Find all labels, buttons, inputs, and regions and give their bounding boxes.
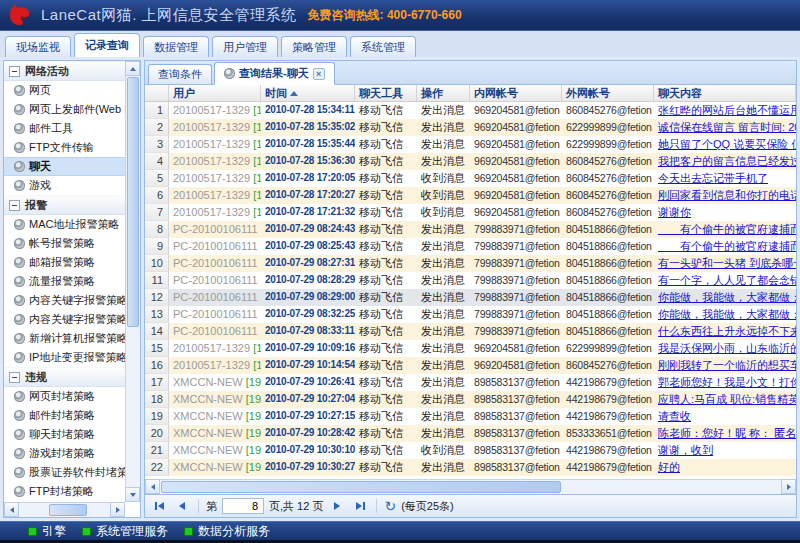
table-row[interactable]: 1520100517-1329 [12010-07-29 10:09:16移动飞… <box>145 340 796 357</box>
tab-query-result-chat[interactable]: 查询结果-聊天 × <box>214 62 335 85</box>
table-row[interactable]: 520100517-1329 [12010-07-28 17:20:05移动飞信… <box>145 170 796 187</box>
sidebar-item[interactable]: IP地址变更报警策略 <box>4 348 125 367</box>
sidebar-item[interactable]: 邮箱报警策略 <box>4 253 125 272</box>
sidebar-item[interactable]: 游戏 <box>4 176 125 195</box>
table-row[interactable]: 1620100517-1329 [12010-07-29 10:14:54移动飞… <box>145 357 796 374</box>
chat-content-link[interactable]: 有个偷牛的被官府逮捕而上了枷锁。熟人! <box>658 240 796 252</box>
table-row[interactable]: 17XMCCN-NEW [19:2010-07-29 10:26:41移动飞信发… <box>145 374 796 391</box>
chat-content-link[interactable]: 应聘人:马百成 职位:销售精英 年龄:24 性别(0男 <box>658 393 796 405</box>
scroll-down-icon[interactable] <box>125 487 140 502</box>
sidebar-hscroll-thumb[interactable] <box>49 504 87 516</box>
column-header-external-account[interactable]: 外网帐号 <box>562 85 654 101</box>
sidebar-item[interactable]: 流量报警策略 <box>4 272 125 291</box>
chat-content-link[interactable]: 好的 <box>658 461 680 473</box>
table-row[interactable]: 10PC-201001061112010-07-29 08:27:31移动飞信发… <box>145 255 796 272</box>
chat-content-link[interactable]: 诚信保在线留言 留言时间: 2010-7-28 10:50:0 <box>658 121 796 133</box>
page-number-input[interactable] <box>222 498 264 514</box>
sidebar-item[interactable]: 网页 <box>4 81 125 100</box>
chat-content-link[interactable]: 谢谢，收到 <box>658 444 713 456</box>
sidebar-item[interactable]: MAC地址报警策略 <box>4 215 125 234</box>
sidebar-vertical-scrollbar[interactable] <box>125 61 140 502</box>
table-row[interactable]: 12PC-201001061112010-07-29 08:29:00移动飞信发… <box>145 289 796 306</box>
scroll-right-icon[interactable] <box>781 479 796 494</box>
nav-tab-0[interactable]: 现场监视 <box>5 36 71 57</box>
chat-content-link[interactable]: 请查收 <box>658 410 691 422</box>
scroll-left-icon[interactable] <box>4 502 19 517</box>
scroll-up-icon[interactable] <box>125 61 140 76</box>
collapse-minus-icon[interactable] <box>9 372 20 383</box>
chat-content-link[interactable]: 有一头驴和一头猪 到底杀哪一头？ 答案：杀猪 <box>658 257 796 269</box>
sidebar-item[interactable]: 网页上发邮件(Web Mai <box>4 100 125 119</box>
table-row[interactable]: 620100517-1329 [12010-07-28 17:20:27移动飞信… <box>145 187 796 204</box>
table-row[interactable]: 8PC-201001061112010-07-29 08:24:43移动飞信发出… <box>145 221 796 238</box>
chat-content-link[interactable]: 今天出去忘记带手机了 <box>658 172 768 184</box>
chat-content-link[interactable]: 我把客户的留言信息已经发过去给她了 <box>658 155 796 167</box>
chat-content-link[interactable]: 你能做，我能做，大家都做；一个人能做，两 <box>658 291 796 303</box>
collapse-minus-icon[interactable] <box>9 200 20 211</box>
sidebar-item[interactable]: 网页封堵策略 <box>4 387 125 406</box>
sidebar-horizontal-scrollbar[interactable] <box>4 502 125 517</box>
sidebar-item[interactable]: 新增计算机报警策略 <box>4 329 125 348</box>
column-header-internal-account[interactable]: 内网帐号 <box>470 85 562 101</box>
scroll-left-icon[interactable] <box>145 479 160 494</box>
collapse-minus-icon[interactable] <box>9 66 20 77</box>
tab-query-conditions[interactable]: 查询条件 <box>148 64 212 84</box>
chat-content-link[interactable]: 刚刚我转了一个临沂的想买车险的客户给张红 <box>658 359 796 371</box>
table-row[interactable]: 13PC-201001061112010-07-29 08:32:25移动飞信发… <box>145 306 796 323</box>
sidebar-group-1[interactable]: 报警 <box>4 195 125 215</box>
table-row[interactable]: 9PC-201001061112010-07-29 08:25:43移动飞信发出… <box>145 238 796 255</box>
chat-content-link[interactable]: 你能做，我能做，大家都做；一个人能做，两 <box>658 308 796 320</box>
sidebar-item[interactable]: FTP文件传输 <box>4 138 125 157</box>
column-header-action[interactable]: 操作 <box>417 85 470 101</box>
sidebar-item[interactable]: 邮件工具 <box>4 119 125 138</box>
nav-tab-3[interactable]: 用户管理 <box>212 36 278 57</box>
nav-tab-2[interactable]: 数据管理 <box>143 36 209 57</box>
table-row[interactable]: 21XMCCN-NEW [19:2010-07-29 10:30:10移动飞信收… <box>145 442 796 459</box>
grid-hscroll-thumb[interactable] <box>161 481 561 493</box>
chat-content-link[interactable]: 陈老师：您好！昵 称： 匿名用户 类别： 未知 <box>658 427 796 439</box>
scroll-right-icon[interactable] <box>110 502 125 517</box>
chat-content-link[interactable]: 郭老师您好！我是小文！打你电话没有接，有 <box>658 376 796 388</box>
chat-content-link[interactable]: 有个偷牛的被官府逮捕而上了枷锁。熟人! <box>658 223 796 235</box>
sidebar-item[interactable]: 股票证券软件封堵策略 <box>4 463 125 482</box>
table-row[interactable]: 11PC-201001061112010-07-29 08:28:29移动飞信发… <box>145 272 796 289</box>
chat-content-link[interactable]: 她只留了个QQ 说要买保险 但是具体的您回去 <box>658 138 796 150</box>
chat-content-link[interactable]: 有一个字，人人见了都会念错。这是什么字？ <box>658 274 796 286</box>
chat-content-link[interactable]: 什么东西往上升永远掉不下来？ 年龄 <box>658 325 796 337</box>
table-row[interactable]: 720100517-1329 [12010-07-28 17:21:32移动飞信… <box>145 204 796 221</box>
sidebar-item[interactable]: 帐号报警策略 <box>4 234 125 253</box>
close-icon[interactable]: × <box>313 68 325 80</box>
chat-content-link[interactable]: 刚回家看到信息和你打的电话 <box>658 189 796 201</box>
nav-tab-1[interactable]: 记录查询 <box>74 33 140 57</box>
table-row[interactable]: 22XMCCN-NEW [19:2010-07-29 10:30:27移动飞信发… <box>145 459 796 476</box>
column-header-time[interactable]: 时间 <box>261 85 355 101</box>
prev-page-icon[interactable] <box>173 498 191 515</box>
table-row[interactable]: 18XMCCN-NEW [19:2010-07-29 10:27:04移动飞信发… <box>145 391 796 408</box>
chat-content-link[interactable]: 我是沃保网小雨，山东临沂的 某先生1386497 <box>658 342 796 354</box>
table-row[interactable]: 220100517-1329 [12010-07-28 15:35:02移动飞信… <box>145 119 796 136</box>
sidebar-group-2[interactable]: 违规 <box>4 367 125 387</box>
sidebar-item[interactable]: FTP封堵策略 <box>4 482 125 501</box>
sidebar-item[interactable]: 聊天封堵策略 <box>4 425 125 444</box>
first-page-icon[interactable] <box>150 498 168 515</box>
column-header-chat-content[interactable]: 聊天内容 <box>654 85 796 101</box>
table-row[interactable]: 320100517-1329 [12010-07-28 15:35:44移动飞信… <box>145 136 796 153</box>
refresh-icon[interactable]: ↻ <box>384 499 396 513</box>
last-page-icon[interactable] <box>351 498 369 515</box>
table-row[interactable]: 20XMCCN-NEW [19:2010-07-29 10:28:42移动飞信发… <box>145 425 796 442</box>
next-page-icon[interactable] <box>328 498 346 515</box>
column-header-user[interactable]: 用户 <box>169 85 261 101</box>
chat-content-link[interactable]: 张红晔的网站后台她不懂运用 这个您有空记得 <box>658 104 796 116</box>
table-row[interactable]: 19XMCCN-NEW [19:2010-07-29 10:27:15移动飞信发… <box>145 408 796 425</box>
sidebar-item[interactable]: 内容关键字报警策略.邮 <box>4 310 125 329</box>
sidebar-item[interactable]: 聊天 <box>4 157 125 176</box>
nav-tab-4[interactable]: 策略管理 <box>281 36 347 57</box>
column-header-chat-tool[interactable]: 聊天工具 <box>355 85 417 101</box>
sidebar-vscroll-thumb[interactable] <box>127 77 139 327</box>
grid-horizontal-scrollbar[interactable] <box>145 479 796 494</box>
sidebar-item[interactable]: 内容关键字报警策略.网 <box>4 291 125 310</box>
table-row[interactable]: 14PC-201001061112010-07-29 08:33:11移动飞信发… <box>145 323 796 340</box>
nav-tab-5[interactable]: 系统管理 <box>350 36 416 57</box>
table-row[interactable]: 420100517-1329 [12010-07-28 15:36:30移动飞信… <box>145 153 796 170</box>
chat-content-link[interactable]: 谢谢你 <box>658 206 691 218</box>
